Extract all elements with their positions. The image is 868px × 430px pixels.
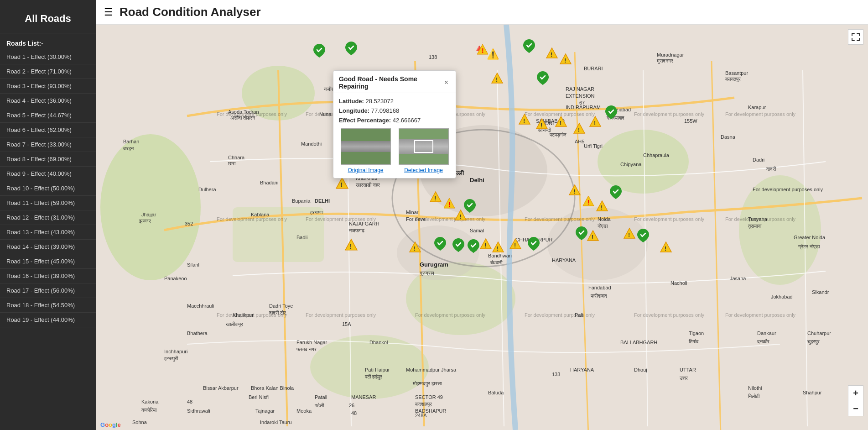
svg-text:Bissar Akbarpur: Bissar Akbarpur: [203, 385, 239, 391]
road-item-12[interactable]: Road 12 - Effect (31.00%): [0, 210, 96, 225]
marker-warn-11[interactable]: !: [589, 115, 602, 130]
svg-text:झज्जर: झज्जर: [139, 218, 151, 224]
svg-point-1: [100, 134, 201, 280]
road-item-19[interactable]: Road 19 - Effect (44.00%): [0, 313, 96, 327]
marker-warn-18[interactable]: !: [479, 238, 492, 252]
svg-text:Noida: Noida: [598, 216, 611, 222]
svg-text:Chhara: Chhara: [228, 155, 245, 160]
marker-good-15[interactable]: [637, 229, 649, 245]
svg-text:26: 26: [349, 403, 354, 408]
detected-image-label[interactable]: Detected Image: [404, 167, 443, 173]
original-image-label[interactable]: Original Image: [348, 167, 383, 173]
popup-images: Original Image Detected Image: [339, 128, 450, 173]
road-item-13[interactable]: Road 13 - Effect (43.00%): [0, 225, 96, 240]
svg-text:बंधवारी: बंधवारी: [490, 260, 503, 265]
marker-warn-21[interactable]: !: [587, 230, 599, 244]
svg-text:For development purposes only: For development purposes only: [725, 312, 796, 318]
svg-text:नजफगढ: नजफगढ: [348, 228, 365, 233]
svg-text:!: !: [448, 201, 451, 208]
roads-list: Road 1 - Effect (30.00%)Road 2 - Effect …: [0, 50, 96, 327]
marker-warn-7[interactable]: !: [518, 113, 531, 128]
marker-warn-22[interactable]: !: [623, 227, 636, 242]
marker-warn-15[interactable]: !: [596, 200, 608, 215]
road-item-6[interactable]: Road 6 - Effect (62.00%): [0, 123, 96, 137]
popup-longitude: Longitude: 77.098168: [339, 107, 450, 114]
svg-text:!: !: [592, 234, 593, 241]
svg-text:मुरादनगर: मुरादनगर: [656, 58, 673, 64]
marker-warn-20[interactable]: !: [509, 238, 522, 252]
marker-good-12[interactable]: [468, 239, 479, 256]
marker-good-7[interactable]: [605, 105, 617, 122]
svg-text:हरयाणा: हरयाणा: [310, 210, 323, 215]
svg-text:Farukh Nagar: Farukh Nagar: [296, 340, 327, 345]
road-item-9[interactable]: Road 9 - Effect (40.00%): [0, 167, 96, 181]
svg-text:!: !: [414, 245, 416, 252]
svg-text:खारखडी नहर: खारखडी नहर: [355, 182, 380, 188]
svg-text:पटेली: पटेली: [314, 403, 324, 408]
road-item-8[interactable]: Road 8 - Effect (69.00%): [0, 152, 96, 167]
marker-good-6[interactable]: [537, 71, 549, 88]
marker-warn-5[interactable]: !: [335, 177, 349, 192]
marker-good-1[interactable]: [313, 44, 325, 60]
marker-good-2[interactable]: [345, 42, 357, 58]
popup-close-button[interactable]: ×: [442, 78, 450, 87]
svg-text:15A: 15A: [342, 321, 351, 327]
marker-warn-3[interactable]: !: [559, 53, 572, 68]
svg-point-4: [598, 130, 689, 194]
detected-image-container: Detected Image: [397, 128, 450, 173]
marker-good-10[interactable]: [434, 237, 446, 253]
svg-text:Dulhera: Dulhera: [198, 187, 216, 192]
marker-warn-10[interactable]: !: [573, 122, 586, 137]
road-item-16[interactable]: Road 16 - Effect (39.00%): [0, 269, 96, 283]
svg-text:For development purposes only: For development purposes only: [415, 216, 486, 222]
marker-warn-19[interactable]: !: [492, 241, 504, 256]
road-item-10[interactable]: Road 10 - Effect (50.00%): [0, 181, 96, 196]
road-item-18[interactable]: Road 18 - Effect (54.50%): [0, 298, 96, 313]
svg-text:Pati Haipur: Pati Haipur: [365, 367, 390, 372]
road-item-3[interactable]: Road 3 - Effect (93.00%): [0, 79, 96, 94]
marker-warn-16[interactable]: !: [344, 238, 358, 254]
svg-text:EXTENSION: EXTENSION: [566, 93, 595, 99]
svg-text:AH5: AH5: [575, 139, 584, 144]
road-item-14[interactable]: Road 14 - Effect (39.00%): [0, 240, 96, 254]
marker-good-13[interactable]: [528, 237, 540, 253]
zoom-out-button[interactable]: −: [848, 401, 863, 416]
map-container[interactable]: Barhan बारहन Asoda Todran असौदा तोडरन नज…: [96, 25, 868, 430]
svg-text:!: !: [551, 51, 552, 58]
marker-good-11[interactable]: [452, 238, 464, 255]
marker-warn-2[interactable]: !: [546, 47, 558, 62]
popup-effect: Effect Percentage: 42.666667: [339, 117, 450, 124]
road-item-17[interactable]: Road 17 - Effect (56.00%): [0, 283, 96, 298]
marker-alert-3[interactable]: !: [443, 197, 456, 213]
svg-text:बारहन: बारहन: [123, 146, 134, 151]
road-item-1[interactable]: Road 1 - Effect (30.00%): [0, 50, 96, 64]
fullscreen-button[interactable]: [848, 29, 863, 45]
zoom-in-button[interactable]: +: [848, 385, 863, 401]
svg-text:352: 352: [185, 221, 193, 226]
marker-warn-8[interactable]: !: [535, 118, 548, 132]
road-item-15[interactable]: Road 15 - Effect (45.00%): [0, 254, 96, 269]
marker-good-8[interactable]: [464, 199, 476, 215]
marker-good-14[interactable]: [576, 226, 587, 243]
road-item-2[interactable]: Road 2 - Effect (71.00%): [0, 64, 96, 79]
popup-body: Latitude: 28.523072 Longitude: 77.098168…: [333, 93, 456, 178]
marker-alert-1[interactable]: !: [476, 43, 489, 59]
marker-warn-14[interactable]: !: [568, 184, 581, 199]
marker-warn-12[interactable]: !: [429, 191, 442, 205]
marker-good-3[interactable]: [523, 39, 535, 56]
road-item-7[interactable]: Road 7 - Effect (33.00%): [0, 137, 96, 152]
marker-warn-6[interactable]: !: [491, 72, 504, 87]
menu-icon[interactable]: ☰: [104, 6, 113, 18]
road-item-4[interactable]: Road 4 - Effect (36.00%): [0, 94, 96, 108]
marker-warn-9[interactable]: !: [555, 115, 567, 130]
svg-text:Bhora Kalan Binola: Bhora Kalan Binola: [251, 385, 294, 391]
svg-text:!: !: [496, 76, 498, 83]
marker-warn-23[interactable]: !: [660, 241, 672, 256]
marker-warn-17[interactable]: !: [409, 241, 421, 256]
road-item-11[interactable]: Road 11 - Effect (59.00%): [0, 196, 96, 210]
svg-text:For development purposes only: For development purposes only: [634, 111, 705, 117]
svg-text:Muradnagar: Muradnagar: [657, 52, 684, 58]
road-item-5[interactable]: Road 5 - Effect (44.67%): [0, 108, 96, 123]
marker-good-9[interactable]: [610, 185, 622, 202]
marker-alert-4[interactable]: !: [582, 195, 595, 210]
